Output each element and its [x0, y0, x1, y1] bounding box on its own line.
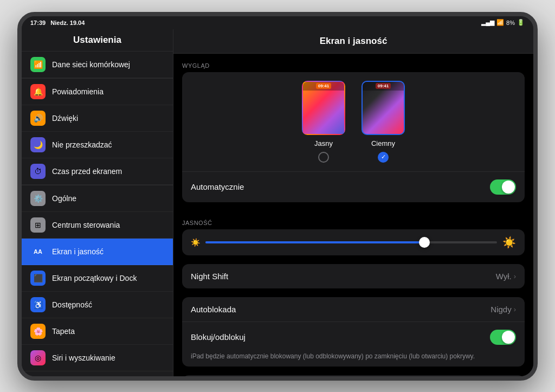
battery-icon: 🔋 [517, 19, 525, 26]
blokuj-row: Blokuj/odblokuj [182, 322, 525, 352]
sidebar-item-dnd[interactable]: 🌙 Nie przeszkadzać [22, 132, 173, 158]
dark-thumb-statusbar: 09:41 [363, 82, 404, 91]
night-shift-right: Wył. › [496, 272, 516, 281]
wallpaper-icon: 🌸 [30, 324, 46, 339]
light-thumb: 09:41 [302, 81, 345, 135]
brightness-header: JASNOŚĆ [173, 211, 533, 229]
wifi-icon: 📶 [496, 19, 504, 26]
brightness-row: ☀️ ☀️ [182, 229, 525, 255]
sidebar-item-general[interactable]: ⚙️ Ogólne [22, 185, 173, 212]
status-date: Niedz. 19.04 [50, 20, 85, 26]
auto-toggle-thumb [502, 181, 515, 194]
notifications-label: Powiadomienia [52, 87, 104, 96]
cellular-icon: 📶 [30, 57, 46, 72]
screentime-label: Czas przed ekranem [52, 167, 122, 176]
dark-label: Ciemny [371, 139, 395, 147]
textsize-card: Wielkość tekstu › [182, 375, 525, 376]
side-button[interactable] [534, 125, 538, 146]
blokuj-description: iPad będzie automatycznie blokowany (lub… [182, 352, 525, 367]
general-label: Ogólne [52, 194, 76, 203]
blokuj-toggle-thumb [502, 331, 515, 344]
dnd-label: Nie przeszkadzać [52, 140, 112, 149]
status-time: 17:39 [30, 20, 46, 26]
controlcenter-icon: ⊞ [30, 217, 46, 233]
autoblokada-label: Autoblokada [191, 305, 236, 314]
display-icon: AA [30, 244, 46, 259]
night-shift-label: Night Shift [191, 272, 228, 281]
accessibility-label: Dostępność [52, 300, 92, 309]
sidebar-section-top: 📶 Dane sieci komórkowej [22, 52, 173, 78]
right-panel: Ekran i jasność WYGLĄD 09:41 Jasny [173, 29, 533, 376]
status-right: ▂▄▆ 📶 8% 🔋 [481, 19, 525, 26]
light-label: Jasny [314, 139, 333, 147]
blokuj-label: Blokuj/odblokuj [191, 332, 246, 342]
general-icon: ⚙️ [30, 191, 46, 206]
sidebar-item-sounds[interactable]: 🔊 Dźwięki [22, 105, 173, 132]
brightness-fill [205, 241, 424, 243]
homescreen-icon: ⬛ [30, 271, 46, 286]
sidebar-item-touchid[interactable]: ✋ Touch ID i kod [22, 371, 173, 376]
homescreen-label: Ekran początkowy i Dock [52, 274, 137, 282]
sidebar-item-cellular[interactable]: 📶 Dane sieci komórkowej [22, 52, 173, 78]
sidebar-item-siri[interactable]: ◎ Siri i wyszukiwanie [22, 345, 173, 371]
sidebar-item-controlcenter[interactable]: ⊞ Centrum sterowania [22, 212, 173, 239]
screentime-icon: ⏱ [30, 164, 46, 179]
autoblokada-right: Nigdy › [491, 305, 516, 314]
device-frame: 17:39 Niedz. 19.04 ▂▄▆ 📶 8% 🔋 Ustawienia… [17, 12, 538, 381]
brightness-slider[interactable] [205, 241, 497, 243]
appearance-card: 09:41 Jasny 09:41 Ciemny [182, 72, 525, 202]
status-bar: 17:39 Niedz. 19.04 ▂▄▆ 📶 8% 🔋 [22, 16, 533, 29]
appearance-selector: 09:41 Jasny 09:41 Ciemny [182, 72, 525, 171]
controlcenter-label: Centrum sterowania [52, 221, 120, 229]
status-time-date: 17:39 Niedz. 19.04 [30, 20, 85, 26]
brightness-high-icon: ☀️ [502, 236, 516, 249]
sidebar-item-notifications[interactable]: 🔔 Powiadomienia [22, 79, 173, 105]
blokuj-toggle[interactable] [490, 330, 516, 345]
sidebar-item-screentime[interactable]: ⏱ Czas przed ekranem [22, 158, 173, 185]
sounds-icon: 🔊 [30, 111, 46, 126]
notifications-icon: 🔔 [30, 84, 46, 99]
autoblokada-chevron: › [514, 305, 516, 313]
sidebar-section-bottom: ⚙️ Ogólne ⊞ Centrum sterowania AA Ekran … [22, 185, 173, 376]
dark-thumb-time: 09:41 [376, 83, 391, 89]
appearance-dark[interactable]: 09:41 Ciemny [362, 81, 405, 163]
light-thumb-time: 09:41 [316, 83, 331, 89]
siri-label: Siri i wyszukiwanie [52, 354, 115, 362]
wallpaper-label: Tapeta [52, 327, 75, 336]
night-shift-row[interactable]: Night Shift Wył. › [182, 264, 525, 288]
dark-thumb: 09:41 [362, 81, 405, 135]
brightness-card: ☀️ ☀️ [182, 229, 525, 255]
dark-radio[interactable] [378, 152, 389, 163]
light-thumb-statusbar: 09:41 [303, 82, 344, 91]
textsize-row[interactable]: Wielkość tekstu › [182, 375, 525, 376]
sidebar-title: Ustawienia [22, 29, 173, 52]
auto-label: Automatycznie [191, 182, 244, 191]
night-shift-card: Night Shift Wył. › [182, 264, 525, 288]
auto-row: Automatycznie [182, 171, 525, 202]
autoblokada-value: Nigdy [491, 305, 511, 314]
appearance-header: WYGLĄD [173, 54, 533, 72]
sidebar-item-accessibility[interactable]: ♿ Dostępność [22, 292, 173, 318]
light-radio[interactable] [318, 152, 329, 163]
siri-icon: ◎ [30, 350, 46, 365]
battery-text: 8% [506, 20, 515, 26]
sounds-label: Dźwięki [52, 114, 78, 123]
sidebar-item-wallpaper[interactable]: 🌸 Tapeta [22, 318, 173, 345]
auto-toggle[interactable] [490, 179, 516, 195]
cellular-label: Dane sieci komórkowej [52, 60, 130, 69]
brightness-thumb[interactable] [419, 237, 430, 248]
night-shift-chevron: › [514, 272, 516, 280]
panel-title: Ekran i jasność [173, 29, 533, 54]
lock-card: Autoblokada Nigdy › Blokuj/odblokuj iPad… [182, 297, 525, 367]
accessibility-icon: ♿ [30, 297, 46, 312]
sidebar-item-display[interactable]: AA Ekran i jasność [22, 239, 173, 265]
appearance-light[interactable]: 09:41 Jasny [302, 81, 345, 163]
sidebar-item-homescreen[interactable]: ⬛ Ekran początkowy i Dock [22, 265, 173, 292]
sidebar: Ustawienia 📶 Dane sieci komórkowej 🔔 Pow… [22, 29, 173, 376]
main-content: Ustawienia 📶 Dane sieci komórkowej 🔔 Pow… [22, 29, 533, 376]
display-label: Ekran i jasność [52, 247, 104, 256]
dnd-icon: 🌙 [30, 137, 46, 152]
brightness-low-icon: ☀️ [191, 238, 200, 247]
autoblokada-row[interactable]: Autoblokada Nigdy › [182, 297, 525, 322]
signal-icon: ▂▄▆ [481, 19, 494, 26]
